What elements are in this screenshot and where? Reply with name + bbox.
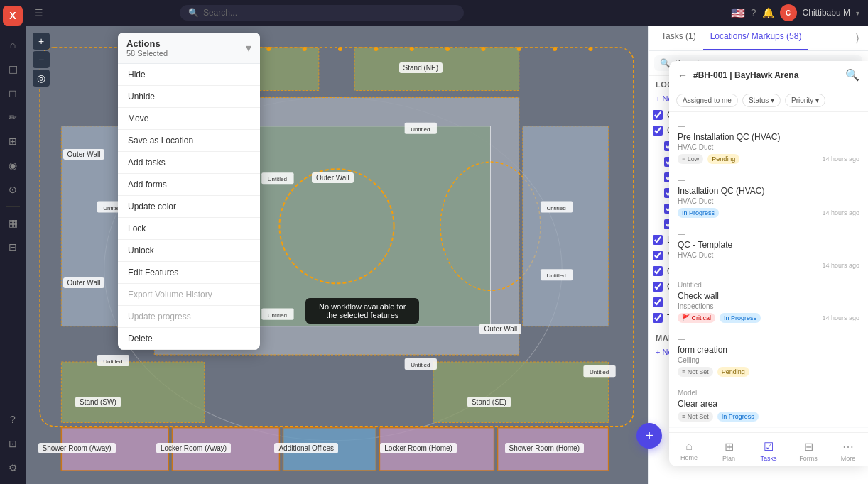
logo-text: X (9, 10, 16, 21)
sidebar-item-grid[interactable]: ⊞ (2, 131, 23, 152)
corridors-checkbox[interactable] (653, 110, 663, 120)
zoom-in-button[interactable]: + (33, 33, 50, 50)
label-stand-sw: Stand (SW) (75, 397, 121, 407)
help-icon[interactable]: ? (751, 7, 756, 18)
task-item[interactable]: — form creation Ceiling ≡ Not Set Pendin… (669, 329, 868, 383)
menu-icon[interactable]: ☰ (34, 7, 43, 18)
action-unlock[interactable]: Unlock (118, 240, 260, 262)
action-lock[interactable]: Lock (118, 218, 260, 240)
zoom-out-button[interactable]: − (33, 51, 50, 68)
label-shower-home: Shower Room (Home) (505, 443, 584, 453)
action-add-tasks[interactable]: Add tasks (118, 152, 260, 174)
fab-icon: + (645, 428, 653, 444)
locate-button[interactable]: ◎ (33, 70, 50, 87)
task-item[interactable]: Untitled Check wall Inspections 🚩 Critic… (669, 275, 868, 329)
priority-badge: ≡ Low (678, 154, 703, 164)
priority-badge: ≡ Not Set (678, 412, 713, 422)
panel-expand-button[interactable]: ⟩ (852, 26, 862, 50)
priority-badge: 🚩 Critical (678, 313, 715, 323)
action-edit-features[interactable]: Edit Features (118, 262, 260, 284)
label-stand-ne: Stand (NE) (399, 62, 443, 73)
sidebar-item-circle[interactable]: ◉ (2, 155, 23, 176)
bottom-plan-icon: ⊞ (725, 440, 734, 453)
status-badge: In Progress (678, 208, 719, 218)
action-move[interactable]: Move (118, 108, 260, 130)
map-tooltip: No workflow available for the selected f… (305, 298, 419, 324)
action-unhide[interactable]: Unhide (118, 86, 260, 108)
tab-locations-markups[interactable]: Locations/ Markups (58) (703, 26, 809, 50)
svg-point-26 (303, 47, 307, 51)
task-time: 14 hours ago (822, 155, 859, 163)
task-item[interactable]: — QC - Template HVAC Duct 14 hours ago (669, 224, 868, 275)
bottom-nav-home[interactable]: ⌂ Home (669, 439, 709, 463)
sidebar-item-list[interactable]: ⊟ (2, 236, 23, 258)
sidebar-item-location[interactable]: ⊙ (2, 179, 23, 200)
task-item[interactable]: — Pre Installation QC (HVAC) HVAC Duct ≡… (669, 116, 868, 170)
task-item[interactable]: — Installation QC (HVAC) HVAC Duct In Pr… (669, 170, 868, 224)
flag-icon: 🇺🇸 (731, 6, 745, 20)
app-logo[interactable]: X (3, 6, 23, 26)
action-delete[interactable]: Delete (118, 328, 260, 350)
actions-close-button[interactable]: ▾ (246, 41, 251, 55)
svg-rect-13 (433, 362, 609, 423)
tab-tasks[interactable]: Tasks (1) (654, 26, 703, 50)
action-hide[interactable]: Hide (118, 64, 260, 86)
status-badge: In Progress (717, 412, 759, 422)
panel-tabs: Tasks (1) Locations/ Markups (58) ⟩ (649, 26, 868, 51)
filter-priority-button[interactable]: Priority ▾ (785, 94, 825, 107)
bottom-nav-tasks[interactable]: ☑ Tasks (749, 439, 788, 463)
filter-status-button[interactable]: Status ▾ (742, 94, 781, 107)
task-meta: — (678, 122, 859, 130)
task-badges: ≡ Low Pending 14 hours ago (678, 154, 859, 164)
task-time: 14 hours ago (822, 314, 859, 321)
track-checkbox[interactable] (653, 297, 663, 307)
sidebar-item-settings[interactable]: ⚙ (2, 457, 23, 478)
search-icon: 🔍 (188, 8, 199, 18)
task-badges: ≡ Not Set Pending (678, 367, 859, 377)
sidebar-item-reports[interactable]: ▦ (2, 212, 23, 233)
action-save-as-location[interactable]: Save as Location (118, 130, 260, 152)
task-card-back-button[interactable]: ← (678, 70, 688, 81)
sidebar-item-edit[interactable]: ✏ (2, 106, 23, 128)
bottom-nav-forms[interactable]: ⊟ Forms (788, 439, 828, 463)
bottom-plan-label: Plan (722, 455, 735, 462)
general-stands-checkbox[interactable] (653, 126, 663, 136)
svg-point-29 (410, 47, 414, 51)
sidebar-item-camera[interactable]: ⊡ (2, 433, 23, 454)
locker-room-checkbox[interactable] (653, 235, 663, 245)
task-name: Check wall (678, 291, 859, 301)
label-outer-wall-1: Outer Wall (63, 149, 105, 160)
bottom-nav-more[interactable]: ⋯ More (828, 439, 868, 463)
actions-header: Actions 58 Selected ▾ (118, 33, 260, 64)
task-item[interactable]: Model Clear area ≡ Not Set In Progress (669, 383, 868, 428)
sidebar-item-layers[interactable]: ◫ (2, 58, 23, 79)
user-chevron[interactable]: ▾ (856, 9, 859, 17)
label-locker-away: Locker Room (Away) (156, 443, 231, 453)
turf-checkbox[interactable] (653, 313, 663, 323)
filter-assigned-button[interactable]: Assigned to me (676, 94, 738, 107)
outer-wall-checkbox[interactable] (653, 282, 663, 292)
svg-text:Untitled: Untitled (546, 273, 565, 279)
action-update-progress: Update progress (118, 306, 260, 328)
label-additional-offices: Additional Offices (274, 443, 338, 453)
sidebar-item-help[interactable]: ? (2, 409, 23, 430)
fab-button[interactable]: + (636, 423, 662, 449)
task-sub: HVAC Duct (678, 143, 859, 151)
sidebar-item-home[interactable]: ⌂ (2, 34, 23, 55)
global-search-input[interactable] (203, 8, 455, 18)
task-badges: In Progress 14 hours ago (678, 208, 859, 218)
action-add-forms[interactable]: Add forms (118, 174, 260, 196)
task-card-bottom-nav: ⌂ Home ⊞ Plan ☑ Tasks ⊟ Forms ⋯ More (669, 432, 868, 466)
sidebar-item-map[interactable]: ◻ (2, 82, 23, 104)
notification-icon[interactable]: 🔔 (762, 7, 774, 18)
task-search-icon[interactable]: 🔍 (845, 68, 859, 82)
bottom-nav-plan[interactable]: ⊞ Plan (709, 439, 749, 463)
action-update-color[interactable]: Update color (118, 196, 260, 218)
top-bar: ☰ 🔍 🇺🇸 ? 🔔 C Chittibabu M ▾ (26, 0, 868, 26)
offices-checkbox[interactable] (653, 266, 663, 276)
priority-badge: ≡ Not Set (678, 367, 713, 377)
bottom-forms-icon: ⊟ (804, 440, 813, 453)
svg-point-31 (481, 47, 485, 51)
media-checkbox[interactable] (653, 251, 663, 260)
map-area[interactable]: Untitled Untitled Untitled Untitled Unti… (26, 26, 648, 484)
